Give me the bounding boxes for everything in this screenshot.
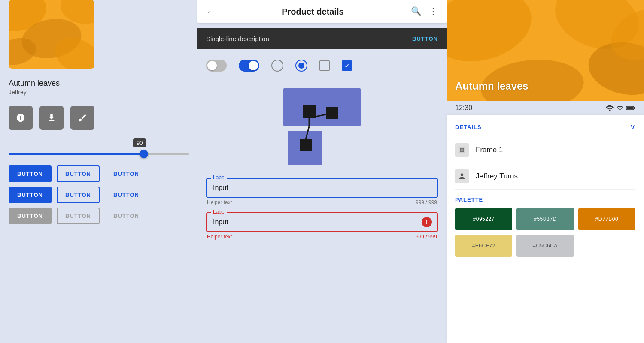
button-text-blue-1[interactable]: BUTTON [105,165,148,182]
svg-rect-8 [303,105,316,118]
autumn-card-info: Autumn leaves Jeffrey [9,79,189,96]
search-icon[interactable]: 🔍 [411,6,422,17]
input-normal-footer: Helper text 999 / 999 [206,199,438,205]
left-panel: Autumn leaves Jeffrey 90 BUTTON BUTTON B… [0,0,197,343]
download-button[interactable] [39,106,64,130]
input-normal-helper: Helper text [207,199,232,205]
status-icons [605,105,635,111]
button-row-2: BUTTON BUTTON BUTTON [9,187,189,203]
swatch-558b7d[interactable]: #558B7D [516,208,574,230]
button-text-blue-2[interactable]: BUTTON [105,187,148,203]
swatch-c5c6ca[interactable]: #C5C6CA [516,235,574,257]
header-icons: 🔍 ⋮ [411,6,438,17]
input-normal-wrapper: Label Input Helper text 999 / 999 [206,178,438,205]
autumn-right-card: Autumn leaves [447,0,644,101]
svg-rect-10 [300,139,312,151]
checkbox-on[interactable]: ✓ [342,60,352,71]
slider-fill [9,153,144,155]
palette-row-1: #095227 #558B7D #D77B00 [455,208,635,230]
signal-icon [617,105,623,111]
button-rows: BUTTON BUTTON BUTTON BUTTON BUTTON BUTTO… [9,165,189,224]
radio-inner [298,63,304,69]
input-error-field[interactable]: Label Input ! [206,212,438,232]
info-button[interactable] [9,106,33,130]
input-error-count: 999 / 999 [416,234,437,240]
button-outline-gray[interactable]: BUTTON [57,208,100,224]
toggle-knob-off [207,61,217,70]
product-details-title: Product details [282,7,343,17]
slider-thumb[interactable] [140,150,148,158]
controls-row: ✓ [197,56,447,75]
toggle-knob-on [249,61,258,70]
button-row-1: BUTTON BUTTON BUTTON [9,165,189,182]
palette-title: PALETTE [455,196,635,203]
details-item-frame: Frame 1 [455,137,635,163]
button-filled-blue-1[interactable]: BUTTON [9,165,52,182]
input-error-label: Label [211,209,227,215]
svg-rect-22 [627,107,634,109]
button-outline-blue-2[interactable]: BUTTON [57,187,100,203]
details-item-user-text: Jeffrey Turns [476,172,518,181]
palette-section: PALETTE #095227 #558B7D #D77B00 #E6CF72 … [455,196,635,257]
more-icon[interactable]: ⋮ [428,6,438,17]
input-error-footer: Helper text 999 / 999 [206,234,438,240]
right-panel: Autumn leaves 12:30 DETAILS ∨ [447,0,644,343]
input-normal-field[interactable]: Label Input [206,178,438,198]
details-item-frame-text: Frame 1 [476,146,503,154]
banner-button[interactable]: BUTTON [412,36,438,42]
palette-spacer [578,235,635,257]
back-button[interactable]: ← [206,7,215,17]
button-filled-blue-2[interactable]: BUTTON [9,187,52,203]
radio-off[interactable] [271,60,283,72]
product-details-bar: ← Product details 🔍 ⋮ [197,0,447,23]
wifi-icon [605,105,614,111]
autumn-image-left [9,0,94,69]
input-error-value: Input [213,218,228,226]
input-error-wrapper: Label Input ! Helper text 999 / 999 [206,212,438,240]
input-section: Label Input Helper text 999 / 999 Label … [197,178,447,240]
details-panel: DETAILS ∨ Frame 1 Jeffrey Turns PALETTE … [447,115,644,343]
button-outline-blue-1[interactable]: BUTTON [57,165,100,182]
input-error-helper: Helper text [207,234,232,240]
banner-text: Single-line description. [206,35,271,42]
slider-track[interactable] [9,153,189,155]
details-item-user: Jeffrey Turns [455,163,635,190]
autumn-right-title: Autumn leaves [455,80,529,92]
status-bar: 12:30 [447,101,644,115]
card-subtitle: Jeffrey [9,89,189,96]
toggle-off[interactable] [206,60,227,72]
user-icon [455,169,469,183]
checkbox-off[interactable] [319,60,330,71]
slider-container: 90 [9,138,189,155]
error-icon: ! [422,217,432,227]
button-filled-gray[interactable]: BUTTON [9,208,52,224]
brush-button[interactable] [70,106,94,130]
card-title: Autumn leaves [9,79,189,88]
details-chevron-icon[interactable]: ∨ [630,122,635,132]
details-section-title: DETAILS [455,124,482,130]
icon-buttons-row [9,106,189,130]
button-row-3: BUTTON BUTTON BUTTON [9,208,189,224]
toggle-on[interactable] [239,60,259,72]
status-time: 12:30 [455,104,472,112]
swatch-095227[interactable]: #095227 [455,208,512,230]
slider-tooltip: 90 [133,138,146,147]
swatch-d77b00[interactable]: #D77B00 [578,208,635,230]
radio-on[interactable] [295,60,307,72]
frame-icon [455,143,469,157]
dark-banner: Single-line description. BUTTON [197,28,447,49]
battery-icon [626,105,635,111]
input-normal-label: Label [211,175,227,181]
palette-row-2: #E6CF72 #C5C6CA [455,235,635,257]
input-normal-value: Input [213,184,228,191]
details-header: DETAILS ∨ [455,115,635,137]
middle-panel: ← Product details 🔍 ⋮ Single-line descri… [197,0,447,343]
svg-rect-21 [634,107,635,109]
button-text-gray[interactable]: BUTTON [105,208,148,224]
input-normal-count: 999 / 999 [416,199,437,205]
node-graph [206,84,438,169]
swatch-e6cf72[interactable]: #E6CF72 [455,235,512,257]
